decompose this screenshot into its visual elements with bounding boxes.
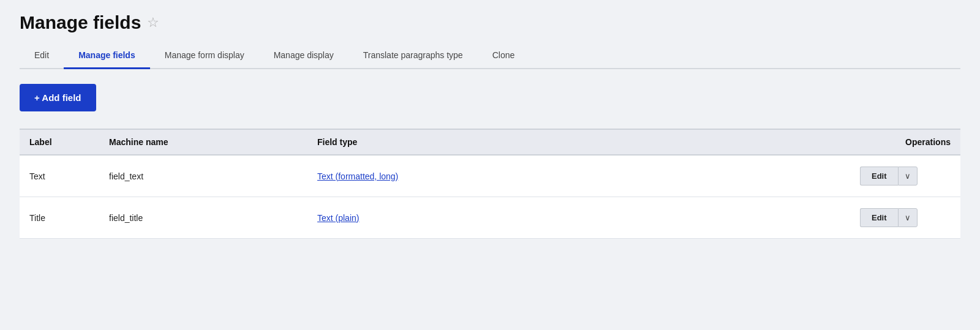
tab-manage-display[interactable]: Manage display	[259, 44, 349, 69]
col-header-operations: Operations	[850, 129, 960, 155]
page-title-row: Manage fields ☆	[20, 12, 960, 33]
col-header-field-type: Field type	[307, 129, 850, 155]
table-header-row: Label Machine name Field type Operations	[20, 129, 960, 155]
row-field-type: Text (formatted, long)	[307, 155, 850, 197]
field-type-link[interactable]: Text (plain)	[317, 213, 359, 223]
row-label: Title	[20, 197, 99, 239]
operations-cell: Edit ∨	[860, 208, 951, 227]
row-dropdown-button[interactable]: ∨	[898, 208, 918, 227]
row-operations: Edit ∨	[850, 197, 960, 239]
row-edit-button[interactable]: Edit	[860, 167, 898, 186]
tabs-bar: Edit Manage fields Manage form display M…	[20, 44, 960, 69]
row-machine-name: field_title	[99, 197, 307, 239]
col-header-label: Label	[20, 129, 99, 155]
row-field-type: Text (plain)	[307, 197, 850, 239]
row-operations: Edit ∨	[850, 155, 960, 197]
row-edit-button[interactable]: Edit	[860, 208, 898, 227]
page-title: Manage fields	[20, 12, 141, 33]
tab-manage-form-display[interactable]: Manage form display	[150, 44, 259, 69]
table-row: Title field_title Text (plain) Edit ∨	[20, 197, 960, 239]
col-header-machine-name: Machine name	[99, 129, 307, 155]
tab-clone[interactable]: Clone	[478, 44, 530, 69]
row-label: Text	[20, 155, 99, 197]
chevron-down-icon: ∨	[905, 213, 911, 222]
row-machine-name: field_text	[99, 155, 307, 197]
tab-manage-fields[interactable]: Manage fields	[64, 44, 150, 69]
fields-table: Label Machine name Field type Operations…	[20, 129, 960, 239]
page-container: Manage fields ☆ Edit Manage fields Manag…	[0, 0, 980, 330]
tab-translate-paragraphs-type[interactable]: Translate paragraphs type	[349, 44, 478, 69]
table-row: Text field_text Text (formatted, long) E…	[20, 155, 960, 197]
operations-cell: Edit ∨	[860, 167, 951, 186]
row-dropdown-button[interactable]: ∨	[898, 167, 918, 186]
tab-edit[interactable]: Edit	[20, 44, 64, 69]
chevron-down-icon: ∨	[905, 171, 911, 181]
bookmark-star-icon[interactable]: ☆	[147, 15, 159, 31]
field-type-link[interactable]: Text (formatted, long)	[317, 171, 398, 181]
add-field-button[interactable]: + Add field	[20, 84, 96, 111]
